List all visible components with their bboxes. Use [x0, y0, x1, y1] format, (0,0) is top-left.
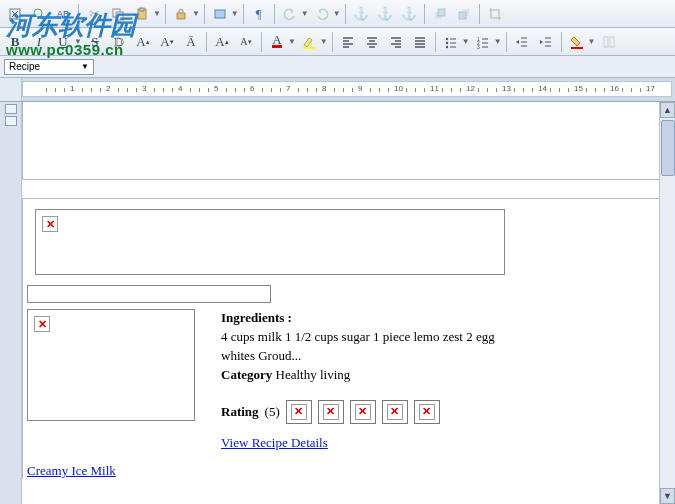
pilcrow-icon[interactable]: ¶ — [248, 3, 270, 25]
svg-rect-20 — [571, 47, 583, 49]
indent-increase-icon[interactable] — [535, 31, 557, 53]
replace-icon[interactable]: AB — [52, 3, 74, 25]
broken-image-icon: ✕ — [323, 404, 339, 420]
svg-rect-8 — [215, 10, 225, 18]
svg-rect-13 — [303, 47, 315, 49]
highlight-button[interactable] — [298, 31, 320, 53]
align-left-icon[interactable] — [337, 31, 359, 53]
bullets-icon[interactable] — [440, 31, 462, 53]
bullets-dropdown-icon[interactable]: ▼ — [462, 37, 470, 46]
style-select[interactable]: Recipe ▼ — [4, 59, 94, 75]
highlight-dropdown-icon[interactable]: ▼ — [320, 37, 328, 46]
category-value: Healthy living — [276, 367, 351, 382]
view-details-link[interactable]: View Recipe Details — [221, 434, 328, 453]
editor-main: ✕ ✕ Ingredients : 4 cups milk 1 1/2 cups… — [0, 102, 675, 504]
object-dropdown-icon[interactable]: ▼ — [231, 9, 239, 18]
rating-label: Rating — [221, 403, 259, 422]
page-top-fragment — [22, 102, 661, 180]
underline-button[interactable]: U — [52, 31, 74, 53]
scroll-up-icon[interactable]: ▲ — [660, 102, 675, 118]
separator — [424, 4, 425, 24]
italic-button[interactable]: I — [28, 31, 50, 53]
anchor3-icon: ⚓ — [398, 3, 420, 25]
permissions-icon[interactable] — [170, 3, 192, 25]
svg-rect-4 — [116, 12, 123, 20]
style-bar: Recipe ▼ — [0, 56, 675, 78]
document-area[interactable]: ✕ ✕ Ingredients : 4 cups milk 1 1/2 cups… — [22, 102, 675, 504]
svg-rect-12 — [459, 12, 466, 19]
svg-point-16 — [446, 45, 448, 47]
superscript-button[interactable]: A▴ — [132, 31, 154, 53]
object-icon[interactable] — [209, 3, 231, 25]
subscript-button[interactable]: A▾ — [156, 31, 178, 53]
separator — [204, 4, 205, 24]
recipe-title-link[interactable]: Creamy Ice Milk — [27, 463, 116, 478]
rating-star: ✕ — [318, 400, 344, 424]
scroll-thumb[interactable] — [661, 120, 675, 176]
svg-rect-22 — [610, 37, 614, 47]
permissions-dropdown-icon[interactable]: ▼ — [192, 9, 200, 18]
ruler-corner — [0, 78, 22, 101]
numbering-dropdown-icon[interactable]: ▼ — [494, 37, 502, 46]
cut-icon: ✂ — [83, 3, 105, 25]
font-grow-icon[interactable]: A▴ — [211, 31, 233, 53]
rating-star: ✕ — [414, 400, 440, 424]
separator — [506, 32, 507, 52]
indent-decrease-icon[interactable] — [511, 31, 533, 53]
align-justify-icon[interactable] — [409, 31, 431, 53]
fill-color-icon[interactable] — [566, 31, 588, 53]
recipe-image-placeholder[interactable]: ✕ — [27, 309, 195, 421]
separator — [561, 32, 562, 52]
fill-dropdown-icon[interactable]: ▼ — [588, 37, 596, 46]
broken-image-icon: ✕ — [419, 404, 435, 420]
bring-front-icon — [429, 3, 451, 25]
recipe-section: ✕ ✕ Ingredients : 4 cups milk 1 1/2 cups… — [22, 198, 661, 479]
edit-icon[interactable] — [4, 3, 26, 25]
rating-row: Rating (5) ✕ ✕ ✕ ✕ ✕ — [221, 400, 531, 424]
vmark — [5, 116, 17, 126]
font-color-dropdown-icon[interactable]: ▼ — [288, 37, 296, 46]
rating-star: ✕ — [350, 400, 376, 424]
svg-rect-10 — [438, 9, 445, 16]
svg-rect-21 — [604, 37, 608, 47]
hero-image-placeholder[interactable]: ✕ — [35, 209, 505, 275]
broken-image-icon: ✕ — [291, 404, 307, 420]
recipe-text: Ingredients : 4 cups milk 1 1/2 cups sug… — [221, 309, 531, 453]
bold-button[interactable]: B — [4, 31, 26, 53]
separator — [435, 32, 436, 52]
rating-star: ✕ — [286, 400, 312, 424]
ingredients-label: Ingredients : — [221, 310, 292, 325]
font-shrink-icon[interactable]: A▾ — [235, 31, 257, 53]
chevron-down-icon: ▼ — [81, 62, 89, 71]
svg-rect-6 — [140, 8, 144, 11]
numbering-icon[interactable]: 123 — [472, 31, 494, 53]
style-value: Recipe — [9, 61, 40, 72]
copy-icon[interactable] — [107, 3, 129, 25]
vertical-scrollbar[interactable]: ▲ ▼ — [659, 102, 675, 504]
ruler-vertical[interactable] — [0, 102, 22, 504]
paste-dropdown-icon[interactable]: ▼ — [153, 9, 161, 18]
align-right-icon[interactable] — [385, 31, 407, 53]
font-color-button[interactable]: A — [266, 31, 288, 53]
underline-dropdown-icon[interactable]: ▼ — [74, 37, 82, 46]
svg-line-2 — [41, 16, 45, 20]
toolbar-format: B I U ▼ S D A▴ A▾ Ā A▴ A▾ A ▼ ▼ ▼ 123 ▼ … — [0, 28, 675, 56]
find-icon[interactable] — [28, 3, 50, 25]
redo-dropdown-icon: ▼ — [333, 9, 341, 18]
outline-button[interactable]: D — [108, 31, 130, 53]
broken-image-icon: ✕ — [355, 404, 371, 420]
separator — [206, 32, 207, 52]
align-center-icon[interactable] — [361, 31, 383, 53]
small-placeholder[interactable] — [27, 285, 271, 303]
separator — [345, 4, 346, 24]
category-label: Category — [221, 367, 272, 382]
ruler-horizontal: 1234567891011121314151617 — [0, 78, 675, 102]
separator — [332, 32, 333, 52]
ruler-scale[interactable]: 1234567891011121314151617 — [22, 81, 672, 97]
case-button[interactable]: Ā — [180, 31, 202, 53]
paste-icon[interactable] — [131, 3, 153, 25]
undo-icon — [279, 3, 301, 25]
scroll-down-icon[interactable]: ▼ — [660, 488, 675, 504]
strike-button[interactable]: S — [84, 31, 106, 53]
broken-image-icon: ✕ — [42, 216, 58, 232]
